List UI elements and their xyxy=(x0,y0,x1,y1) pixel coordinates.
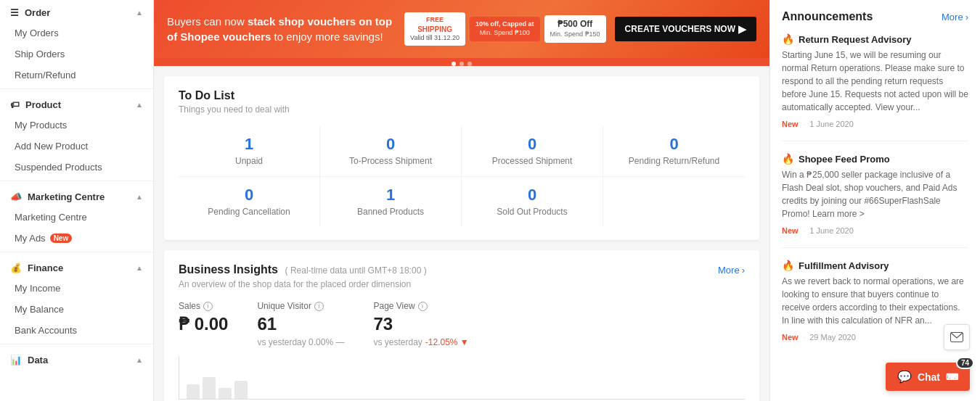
sidebar-item-suspended-products-label: Suspended Products xyxy=(15,162,102,173)
announcement-item-3: 🔥 Fulfillment Advisory As we revert back… xyxy=(782,260,968,354)
sidebar-section-data-header[interactable]: 📊 Data ▲ xyxy=(0,347,153,370)
ann-1-title: Return Request Advisory xyxy=(799,34,912,45)
ann-2-title: Shopee Feed Promo xyxy=(799,154,890,165)
todo-item-pending-cancellation[interactable]: 0 Pending Cancellation xyxy=(179,177,320,227)
metric-uv-compare: vs yesterday 0.00% — xyxy=(257,337,344,347)
sidebar-item-return-refund[interactable]: Return/Refund xyxy=(0,65,153,86)
todo-item-pending-return[interactable]: 0 Pending Return/Refund xyxy=(603,126,745,177)
insights-more-link[interactable]: More › xyxy=(718,265,745,276)
sidebar-section-marketing-header[interactable]: 📣 Marketing Centre ▲ xyxy=(0,184,153,207)
sidebar-item-my-income[interactable]: My Income xyxy=(0,278,153,299)
sidebar-item-my-ads[interactable]: My Ads New xyxy=(0,228,153,249)
uv-info-icon[interactable]: i xyxy=(314,302,324,311)
banner-text: Buyers can now stack shop vouchers on to… xyxy=(167,14,396,44)
announcements-more-label: More xyxy=(942,12,963,22)
todo-to-process-label: To-Process Shipment xyxy=(349,156,432,166)
banner-dot-3[interactable] xyxy=(467,62,472,66)
voucher-discount-label: 10% off, Capped at xyxy=(475,20,534,29)
announcements-more-chevron: › xyxy=(965,12,968,22)
uv-compare-text: vs yesterday 0.00% — xyxy=(257,337,344,347)
my-ads-new-badge: New xyxy=(50,233,73,243)
sidebar-section-finance-header[interactable]: 💰 Finance ▲ xyxy=(0,255,153,278)
sidebar-section-product-header[interactable]: 🏷 Product ▲ xyxy=(0,92,153,115)
sidebar-item-add-new-product-label: Add New Product xyxy=(15,141,88,152)
sidebar-item-my-orders[interactable]: My Orders xyxy=(0,22,153,44)
data-icon: 📊 xyxy=(10,355,22,365)
todo-item-to-process-shipment[interactable]: 0 To-Process Shipment xyxy=(320,126,462,177)
metric-pv-label: Page View i xyxy=(373,301,468,311)
metric-pv-value: 73 xyxy=(373,314,468,334)
promo-banner-wrapper: Buyers can now stack shop vouchers on to… xyxy=(154,0,769,66)
ann-2-meta: New · 1 June 2020 xyxy=(782,225,968,236)
todo-item-banned-products[interactable]: 1 Banned Products xyxy=(320,177,462,227)
sidebar-finance-label: Finance xyxy=(28,262,63,273)
ann-2-body: Win a ₱25,000 seller package inclusive o… xyxy=(782,168,968,220)
todo-item-unpaid[interactable]: 1 Unpaid xyxy=(179,126,320,177)
todo-item-processed-shipment[interactable]: 0 Processed Shipment xyxy=(462,126,603,177)
announcements-header: Announcements More › xyxy=(782,10,968,23)
voucher-card-free-label: FREE xyxy=(410,16,460,25)
chat-button[interactable]: 💬 Chat ⌨ 74 xyxy=(886,363,970,391)
todo-banned-value: 1 xyxy=(386,187,395,203)
todo-card: To Do List Things you need to deal with … xyxy=(164,76,759,240)
sidebar-item-add-new-product[interactable]: Add New Product xyxy=(0,136,153,157)
pv-info-icon[interactable]: i xyxy=(418,302,428,311)
todo-processed-value: 0 xyxy=(528,136,536,152)
insights-more-label: More xyxy=(718,265,740,276)
chat-badge: 74 xyxy=(956,357,974,369)
sidebar-item-marketing-centre[interactable]: Marketing Centre xyxy=(0,207,153,228)
sidebar-item-ship-orders[interactable]: Ship Orders xyxy=(0,44,153,65)
chat-label: Chat xyxy=(918,371,940,383)
ann-3-title-row: 🔥 Fulfillment Advisory xyxy=(782,260,968,271)
announcements-more-link[interactable]: More › xyxy=(942,12,968,22)
chevron-up-icon-finance: ▲ xyxy=(136,264,143,272)
sidebar-item-my-balance[interactable]: My Balance xyxy=(0,299,153,320)
sidebar-item-bank-accounts[interactable]: Bank Accounts xyxy=(0,320,153,341)
sidebar-item-my-income-label: My Income xyxy=(15,283,61,294)
ann-2-separator: · xyxy=(803,225,806,236)
sidebar-item-bank-accounts-label: Bank Accounts xyxy=(15,325,77,336)
product-icon: 🏷 xyxy=(10,99,20,110)
todo-title: To Do List xyxy=(179,89,745,102)
sidebar-section-order-header[interactable]: ☰ Order ▲ xyxy=(0,0,153,22)
sales-info-icon[interactable]: i xyxy=(203,302,213,311)
sidebar-section-order: ☰ Order ▲ My Orders Ship Orders Return/R… xyxy=(0,0,153,86)
promo-banner: Buyers can now stack shop vouchers on to… xyxy=(154,0,769,58)
sidebar-order-label: Order xyxy=(25,7,50,18)
sidebar-item-my-ads-label: My Ads xyxy=(15,233,46,244)
ann-2-title-row: 🔥 Shopee Feed Promo xyxy=(782,153,968,165)
todo-pending-return-label: Pending Return/Refund xyxy=(629,156,719,166)
insights-card: Business Insights ( Real-time data until… xyxy=(164,250,759,401)
finance-items: My Income My Balance Bank Accounts xyxy=(0,278,153,341)
banner-plain-text: Buyers can now xyxy=(167,15,248,28)
banner-dot-1[interactable] xyxy=(452,62,456,66)
ann-3-new-label: New xyxy=(782,333,799,342)
sidebar-item-suspended-products[interactable]: Suspended Products xyxy=(0,157,153,178)
ann-2-date: 1 June 2020 xyxy=(809,226,854,235)
metric-unique-visitor: Unique Visitor i 61 vs yesterday 0.00% — xyxy=(257,301,344,347)
sidebar-item-my-products[interactable]: My Products xyxy=(0,115,153,136)
ann-1-meta: New · 1 June 2020 xyxy=(782,118,968,129)
sidebar-item-my-orders-label: My Orders xyxy=(15,28,59,38)
metric-sales: Sales i ₱ 0.00 xyxy=(179,301,228,347)
voucher-card-500-off: ₱500 Off Min. Spend ₱150 xyxy=(544,15,606,42)
todo-item-sold-out[interactable]: 0 Sold Out Products xyxy=(462,177,603,227)
ann-1-separator: · xyxy=(803,118,806,129)
ann-1-new-label: New xyxy=(782,120,799,128)
insights-time: ( Real-time data until GMT+8 18:00 ) xyxy=(285,265,427,276)
marketing-icon: 📣 xyxy=(10,191,22,202)
metric-page-view: Page View i 73 vs yesterday -12.05% ▼ xyxy=(373,301,468,347)
chart-bar-3 xyxy=(219,388,232,399)
metric-sales-label: Sales i xyxy=(179,301,228,311)
voucher-500-detail: Min. Spend ₱150 xyxy=(550,30,600,39)
create-vouchers-button[interactable]: CREATE VOUCHERS NOW ▶ xyxy=(615,17,756,41)
metric-uv-label: Unique Visitor i xyxy=(257,301,344,311)
banner-dot-2[interactable] xyxy=(460,62,464,66)
ann-3-separator: · xyxy=(803,331,806,342)
voucher-card-free-detail: Valid till 31.12.20 xyxy=(410,34,460,43)
product-items: My Products Add New Product Suspended Pr… xyxy=(0,115,153,178)
keyboard-icon: ⌨ xyxy=(946,372,958,382)
todo-pending-return-value: 0 xyxy=(669,136,678,152)
mail-icon-button[interactable] xyxy=(944,324,970,350)
metrics-row: Sales i ₱ 0.00 Unique Visitor i 61 xyxy=(179,301,745,347)
